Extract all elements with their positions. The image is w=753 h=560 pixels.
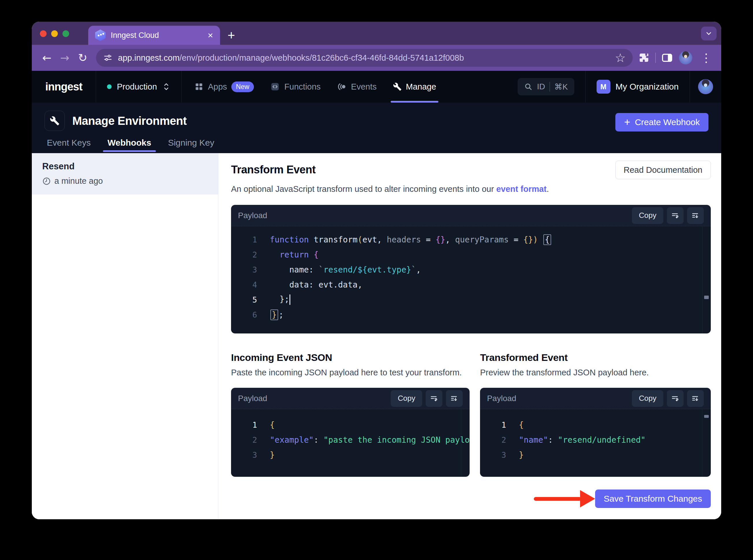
code-line[interactable]: 5 };	[231, 292, 711, 307]
env-label: Production	[117, 82, 157, 92]
code-text: }	[270, 450, 275, 460]
window-controls	[40, 31, 69, 37]
word-wrap-button[interactable]	[426, 390, 442, 407]
code-line: 1{	[480, 417, 711, 432]
site-settings-icon[interactable]	[103, 53, 113, 63]
nav-item-manage[interactable]: Manage	[393, 71, 436, 103]
panel-scrollbar[interactable]	[702, 409, 711, 477]
back-button[interactable]: ←	[39, 50, 55, 66]
page-title-row: Manage Environment	[44, 111, 709, 131]
minimize-window-button[interactable]	[51, 31, 58, 37]
incoming-panel-header: Payload Copy	[231, 388, 470, 409]
search-input[interactable]: ID ⌘K	[518, 78, 574, 95]
editor-scrollbar[interactable]	[702, 226, 711, 334]
scrollbar-thumb[interactable]	[704, 296, 709, 299]
wrench-icon	[50, 116, 60, 126]
bookmark-star-icon[interactable]: ☆	[615, 51, 626, 65]
nav-item-label: Functions	[284, 82, 321, 92]
lines-down-arrow-icon	[691, 211, 700, 220]
incoming-json-editor[interactable]: 1{2"example": "paste the incoming JSON p…	[231, 409, 470, 477]
logo-section[interactable]: inngest	[32, 71, 96, 103]
extensions-icon[interactable]	[638, 52, 650, 64]
toolbar-divider	[655, 53, 656, 63]
code-line[interactable]: 2"example": "paste the incoming JSON pay…	[231, 432, 470, 447]
nav-item-events[interactable]: Events	[337, 71, 377, 103]
new-tab-button[interactable]: +	[220, 26, 243, 45]
maximize-window-button[interactable]	[62, 31, 69, 37]
tab-search-chevron-icon[interactable]	[701, 26, 717, 40]
nav-item-functions[interactable]: Functions	[270, 71, 321, 103]
code-line[interactable]: 3 name: `resend/${evt.type}`,	[231, 262, 711, 277]
tab-signing-key[interactable]: Signing Key	[168, 138, 214, 152]
webhook-name: Resend	[42, 161, 208, 172]
event-format-link[interactable]: event format	[496, 184, 546, 194]
section-title: Transform Event	[231, 163, 315, 176]
transformed-payload-panel: Payload Copy 1{2"name":	[480, 388, 711, 477]
line-number: 1	[231, 235, 257, 244]
code-line[interactable]: 1function transform(evt, headers = {}, q…	[231, 232, 711, 247]
code-text: "example": "paste the incoming JSON payl…	[270, 435, 470, 445]
scrollbar-thumb[interactable]	[704, 415, 709, 418]
word-wrap-button[interactable]	[667, 390, 683, 407]
new-badge: New	[231, 81, 254, 92]
search-divider	[549, 82, 550, 92]
create-webhook-label: Create Webhook	[635, 117, 700, 127]
tab-close-icon[interactable]: ×	[208, 31, 213, 40]
user-avatar[interactable]	[698, 79, 713, 94]
url-domain: app.inngest.com	[118, 53, 179, 62]
browser-tab[interactable]: Inngest Cloud ×	[88, 26, 220, 45]
nav-item-label: Manage	[406, 82, 436, 92]
copy-button[interactable]: Copy	[391, 390, 422, 407]
scroll-follow-button[interactable]	[687, 390, 704, 407]
side-panel-icon[interactable]	[661, 52, 673, 64]
save-transform-changes-button[interactable]: Save Transform Changes	[595, 489, 711, 508]
transformed-json-preview: 1{2"name": "resend/undefined"3}	[480, 409, 711, 477]
editor-title: Payload	[238, 211, 267, 220]
nav-item-apps[interactable]: Apps New	[194, 71, 254, 103]
nav-item-label: Apps	[208, 82, 227, 92]
incoming-title: Incoming Event JSON	[231, 352, 470, 363]
code-line[interactable]: 3}	[231, 447, 470, 462]
browser-profile-avatar[interactable]	[679, 51, 692, 64]
reload-button[interactable]: ↻	[75, 50, 91, 66]
word-wrap-icon	[430, 394, 438, 403]
search-shortcut: ⌘K	[554, 82, 568, 92]
read-documentation-button[interactable]: Read Documentation	[615, 161, 711, 179]
close-window-button[interactable]	[40, 31, 46, 37]
nav-items: Apps New Functions Events Manage	[181, 71, 436, 103]
tab-title: Inngest Cloud	[111, 31, 202, 40]
word-wrap-icon	[671, 211, 679, 220]
user-menu[interactable]	[690, 71, 721, 103]
code-line[interactable]: 2 return {	[231, 247, 711, 262]
environment-switcher[interactable]: Production	[96, 71, 181, 103]
description-period: .	[546, 184, 549, 194]
organization-menu[interactable]: M My Organization	[585, 71, 690, 103]
line-number: 6	[231, 311, 257, 319]
red-arrow-annotation	[534, 490, 595, 507]
code-line[interactable]: 1{	[231, 417, 470, 432]
tab-webhooks[interactable]: Webhooks	[108, 138, 151, 152]
app-nav-bar: inngest Production Apps New Functions Ev…	[32, 71, 721, 103]
scroll-follow-button[interactable]	[446, 390, 463, 407]
url-text[interactable]: app.inngest.com/env/production/manage/we…	[118, 53, 610, 63]
word-wrap-button[interactable]	[667, 207, 683, 224]
scroll-follow-button[interactable]	[687, 207, 704, 224]
arrow-line	[534, 497, 581, 501]
webhook-list-item-selected[interactable]: Resend a minute ago	[32, 153, 218, 195]
wrench-icon	[393, 82, 402, 91]
transform-code-editor[interactable]: 1function transform(evt, headers = {}, q…	[231, 226, 711, 334]
tab-event-keys[interactable]: Event Keys	[47, 138, 91, 152]
browser-menu-icon[interactable]: ⋮	[698, 51, 714, 64]
save-row: Save Transform Changes	[231, 489, 711, 508]
forward-button[interactable]: →	[57, 50, 73, 66]
code-line[interactable]: 4 data: evt.data,	[231, 277, 711, 292]
line-number: 3	[480, 451, 506, 459]
create-webhook-button[interactable]: + Create Webhook	[615, 113, 709, 132]
address-bar[interactable]: app.inngest.com/env/production/manage/we…	[96, 49, 633, 67]
code-line[interactable]: 6};	[231, 307, 711, 322]
panel-scrollbar[interactable]	[461, 409, 470, 477]
nav-item-label: Events	[351, 82, 377, 92]
copy-button[interactable]: Copy	[632, 207, 663, 224]
copy-button[interactable]: Copy	[632, 390, 663, 407]
text-cursor	[289, 295, 290, 305]
